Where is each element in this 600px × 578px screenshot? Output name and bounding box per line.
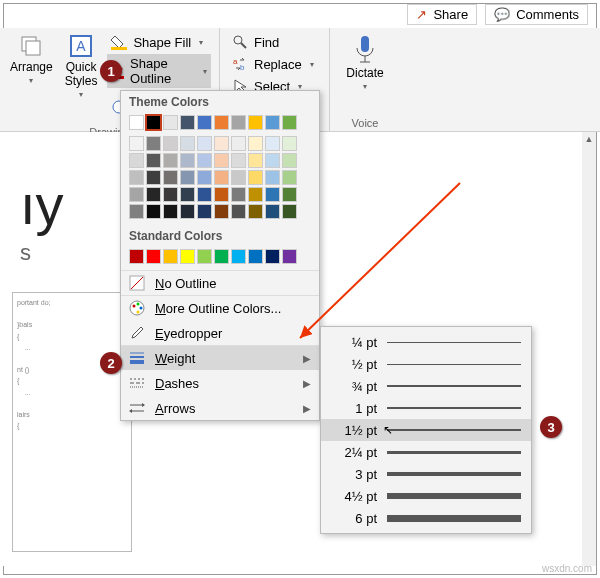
color-swatch[interactable] xyxy=(197,249,212,264)
color-swatch[interactable] xyxy=(248,115,263,130)
color-swatch[interactable] xyxy=(214,115,229,130)
color-swatch[interactable] xyxy=(197,136,212,151)
color-swatch[interactable] xyxy=(129,204,144,219)
color-swatch[interactable] xyxy=(197,170,212,185)
color-swatch[interactable] xyxy=(197,115,212,130)
color-swatch[interactable] xyxy=(265,249,280,264)
color-swatch[interactable] xyxy=(129,153,144,168)
color-swatch[interactable] xyxy=(163,170,178,185)
color-swatch[interactable] xyxy=(231,170,246,185)
color-swatch[interactable] xyxy=(214,204,229,219)
svg-point-20 xyxy=(137,311,140,314)
color-swatch[interactable] xyxy=(163,115,178,130)
slide-code-image: portant do; }bals { ... nt () { ... lair… xyxy=(12,292,132,552)
callout-2: 2 xyxy=(100,352,122,374)
color-swatch[interactable] xyxy=(214,249,229,264)
svg-text:A: A xyxy=(76,38,86,54)
color-swatch[interactable] xyxy=(265,187,280,202)
color-swatch[interactable] xyxy=(231,204,246,219)
color-swatch[interactable] xyxy=(129,115,144,130)
eyedropper-icon xyxy=(129,325,145,341)
color-swatch[interactable] xyxy=(129,136,144,151)
scroll-up-icon[interactable]: ▲ xyxy=(582,132,596,146)
color-swatch[interactable] xyxy=(265,153,280,168)
color-swatch[interactable] xyxy=(163,136,178,151)
replace-button[interactable]: ab Replace▾ xyxy=(228,54,318,74)
color-swatch[interactable] xyxy=(214,170,229,185)
color-swatch[interactable] xyxy=(265,170,280,185)
color-swatch[interactable] xyxy=(146,136,161,151)
color-swatch[interactable] xyxy=(214,187,229,202)
svg-point-7 xyxy=(234,36,242,44)
color-swatch[interactable] xyxy=(180,170,195,185)
color-swatch[interactable] xyxy=(197,204,212,219)
share-button[interactable]: ↗ Share xyxy=(407,4,477,25)
color-swatch[interactable] xyxy=(282,153,297,168)
color-swatch[interactable] xyxy=(163,187,178,202)
color-swatch[interactable] xyxy=(214,136,229,151)
weight-option[interactable]: 2¼ pt xyxy=(321,441,531,463)
color-swatch[interactable] xyxy=(180,136,195,151)
color-swatch[interactable] xyxy=(197,187,212,202)
callout-3: 3 xyxy=(540,416,562,438)
weight-submenu: ¼ pt½ pt¾ pt1 pt1½ pt↖2¼ pt3 pt4½ pt6 pt xyxy=(320,326,532,534)
color-swatch[interactable] xyxy=(214,153,229,168)
color-swatch[interactable] xyxy=(146,170,161,185)
comments-button[interactable]: 💬 Comments xyxy=(485,4,588,25)
arrows-item[interactable]: Arrows ▶ xyxy=(121,395,319,420)
vertical-scrollbar[interactable]: ▲ xyxy=(582,132,596,566)
color-swatch[interactable] xyxy=(180,249,195,264)
weight-option[interactable]: 3 pt xyxy=(321,463,531,485)
weight-option[interactable]: 1½ pt↖ xyxy=(321,419,531,441)
color-swatch[interactable] xyxy=(146,249,161,264)
weight-option[interactable]: 4½ pt xyxy=(321,485,531,507)
color-swatch[interactable] xyxy=(265,136,280,151)
arrange-button[interactable]: Arrange ▾ xyxy=(8,32,55,87)
color-swatch[interactable] xyxy=(265,115,280,130)
color-swatch[interactable] xyxy=(231,187,246,202)
share-icon: ↗ xyxy=(416,7,427,22)
color-swatch[interactable] xyxy=(265,204,280,219)
color-swatch[interactable] xyxy=(146,187,161,202)
color-swatch[interactable] xyxy=(231,115,246,130)
weight-option[interactable]: ½ pt xyxy=(321,353,531,375)
color-swatch[interactable] xyxy=(146,204,161,219)
color-swatch[interactable] xyxy=(282,115,297,130)
color-swatch[interactable] xyxy=(180,187,195,202)
color-swatch[interactable] xyxy=(231,153,246,168)
weight-option[interactable]: 1 pt xyxy=(321,397,531,419)
color-swatch[interactable] xyxy=(180,204,195,219)
color-swatch[interactable] xyxy=(282,136,297,151)
color-swatch[interactable] xyxy=(248,204,263,219)
color-swatch[interactable] xyxy=(180,115,195,130)
dashes-item[interactable]: Dashes ▶ xyxy=(121,370,319,395)
weight-item[interactable]: Weight ▶ xyxy=(121,345,319,370)
shape-fill-button[interactable]: Shape Fill▾ xyxy=(107,32,211,52)
color-swatch[interactable] xyxy=(248,187,263,202)
dictate-button[interactable]: Dictate ▾ xyxy=(344,32,385,93)
quick-styles-button[interactable]: A Quick Styles ▾ xyxy=(63,32,100,101)
color-swatch[interactable] xyxy=(146,115,161,130)
color-swatch[interactable] xyxy=(163,204,178,219)
color-swatch[interactable] xyxy=(231,249,246,264)
color-swatch[interactable] xyxy=(248,136,263,151)
weight-option[interactable]: 6 pt xyxy=(321,507,531,529)
color-swatch[interactable] xyxy=(163,153,178,168)
color-swatch[interactable] xyxy=(129,249,144,264)
svg-point-19 xyxy=(140,307,143,310)
arrows-icon xyxy=(129,400,145,416)
shape-outline-button[interactable]: Shape Outline▾ xyxy=(107,54,211,88)
color-swatch[interactable] xyxy=(248,153,263,168)
color-swatch[interactable] xyxy=(146,153,161,168)
color-swatch[interactable] xyxy=(248,170,263,185)
palette-icon xyxy=(129,300,145,316)
color-swatch[interactable] xyxy=(129,187,144,202)
color-swatch[interactable] xyxy=(231,136,246,151)
color-swatch[interactable] xyxy=(129,170,144,185)
color-swatch[interactable] xyxy=(248,249,263,264)
weight-option[interactable]: ¾ pt xyxy=(321,375,531,397)
color-swatch[interactable] xyxy=(197,153,212,168)
color-swatch[interactable] xyxy=(163,249,178,264)
color-swatch[interactable] xyxy=(180,153,195,168)
find-button[interactable]: Find xyxy=(228,32,318,52)
